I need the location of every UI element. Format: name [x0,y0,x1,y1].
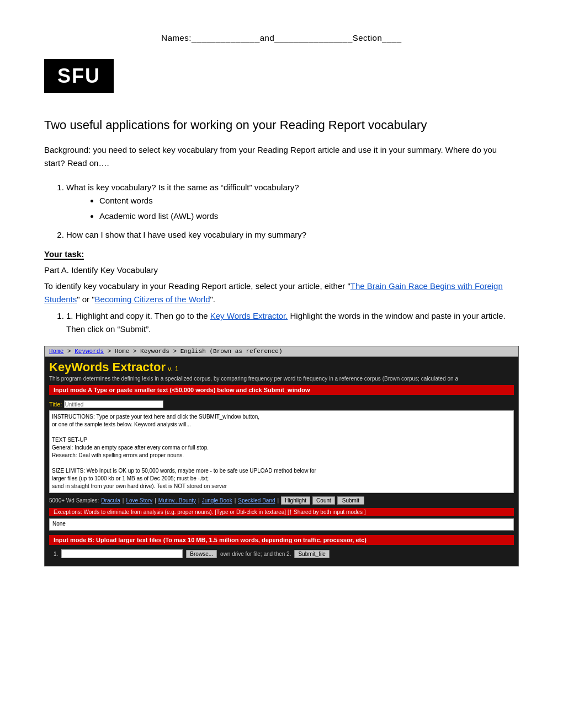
bullet-list-1: Content words Academic word list (AWL) w… [99,194,519,223]
ss-subtitle: This program determines the defining lex… [49,376,514,382]
count-button[interactable]: Count [312,496,335,505]
ss-exceptions-box[interactable]: None [49,518,514,531]
highlight-button[interactable]: Highlight [281,496,310,505]
screenshot-image: Home > Keywords > Home > Keywords > Engl… [44,346,519,566]
ss-nav-bar: Home > Keywords > Home > Keywords > Engl… [45,346,518,357]
ss-sample-lovestory[interactable]: Love Story [126,497,152,504]
ss-textarea: INSTRUCTIONS: Type or paste your text he… [49,410,514,493]
header-names-section: Names:______________and________________S… [44,33,519,42]
ss-input-mode-a-label: Input mode A Type or paste smaller text … [49,385,514,395]
bullet-item-awl: Academic word list (AWL) words [99,210,519,223]
ss-version: v. 1 [166,365,179,373]
step-1: 1. Highlight and copy it. Then go to the… [66,309,519,336]
ss-upload-step2-text: own drive for file; and then 2. [220,551,291,557]
ss-sample-junglebook[interactable]: Jungle Book [202,497,232,504]
background-text: Background: you need to select key vocab… [44,143,519,170]
ss-body: Title: INSTRUCTIONS: Type or paste your … [45,398,518,566]
ss-sample-speckled[interactable]: Speckled Band [238,497,275,504]
ss-exceptions-bar: Exceptions: Words to eliminate from anal… [49,508,514,516]
your-task-label: Your task: [44,249,84,260]
ss-upload-row: 1. Browse... own drive for file; and the… [49,547,514,561]
step-list: 1. Highlight and copy it. Then go to the… [66,309,519,336]
step1-prefix: 1. Highlight and copy it. Then go to the [66,311,210,320]
browse-button[interactable]: Browse... [186,550,217,558]
submit-file-button[interactable]: Submit_file [294,550,329,558]
ss-kw-title: KeyWords Extractor [49,360,166,374]
ss-title-row: Title: [49,400,514,408]
link-becoming-citizens[interactable]: Becoming Citizens of the World [95,295,210,304]
ss-input-mode-b-label: Input mode B: Upload larger text files (… [49,535,514,545]
part-a-label: Part A. Identify Key Vocabulary [44,264,519,277]
ss-textarea-content: INSTRUCTIONS: Type or paste your text he… [52,414,316,489]
page-title: Two useful applications for working on y… [44,117,519,133]
ss-sample-dracula[interactable]: Dracula [101,497,120,504]
ss-upload-file-input[interactable] [61,549,183,558]
ss-samples-label: 5000+ Wd Samples: [49,497,99,504]
submit-button[interactable]: Submit [337,496,364,505]
bullet-item-content-words: Content words [99,194,519,207]
ss-title-input[interactable] [64,400,163,408]
ss-samples-row: 5000+ Wd Samples: Dracula | Love Story |… [49,496,514,505]
ss-upload-step1-label: 1. [54,551,58,557]
ss-home-link[interactable]: Home [49,348,63,355]
list-item-1: What is key vocabulary? Is it the same a… [66,181,519,223]
ss-keywords-link[interactable]: Keywords [75,348,104,355]
ss-sample-mutiny[interactable]: Mutiny...Bounty [158,497,196,504]
key-words-extractor-link[interactable]: Key Words Extractor. [210,311,288,320]
ss-title-label: Title: [49,401,62,408]
part-a-description: To identify key vocabulary in your Readi… [44,280,519,306]
list-item-2: How can I show that I have used key voca… [66,228,519,242]
numbered-list: What is key vocabulary? Is it the same a… [66,181,519,242]
ss-nav-english: Home > Keywords > English (Brown as refe… [115,348,283,355]
names-section-label: Names:______________and________________S… [161,33,401,42]
sfu-logo: SFU [44,59,114,93]
ss-title-bar: KeyWords Extractor v. 1 This program det… [45,357,518,398]
